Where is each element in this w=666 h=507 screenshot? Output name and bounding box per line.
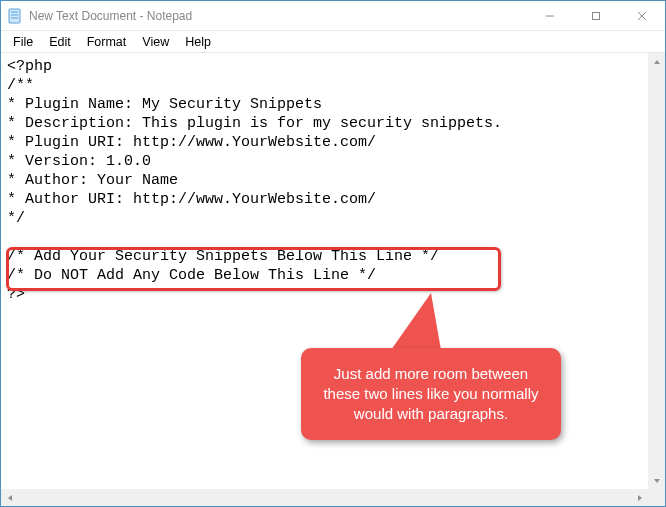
scroll-down-icon[interactable] xyxy=(648,472,665,489)
scroll-up-icon[interactable] xyxy=(648,53,665,70)
menu-file[interactable]: File xyxy=(5,33,41,51)
maximize-button[interactable] xyxy=(573,1,619,31)
scroll-right-icon[interactable] xyxy=(631,489,648,506)
horizontal-scroll-track[interactable] xyxy=(18,489,631,506)
vertical-scrollbar[interactable] xyxy=(648,53,665,489)
window-title: New Text Document - Notepad xyxy=(29,9,192,23)
svg-rect-0 xyxy=(9,9,20,23)
annotation-callout-text: Just add more room between these two lin… xyxy=(323,365,538,422)
svg-marker-8 xyxy=(654,60,660,64)
scrollbar-corner xyxy=(648,489,665,506)
menubar: File Edit Format View Help xyxy=(1,31,665,53)
scroll-left-icon[interactable] xyxy=(1,489,18,506)
menu-edit[interactable]: Edit xyxy=(41,33,79,51)
svg-rect-5 xyxy=(593,12,600,19)
editor-area: <?php /** * Plugin Name: My Security Sni… xyxy=(1,53,665,506)
menu-format[interactable]: Format xyxy=(79,33,135,51)
menu-view[interactable]: View xyxy=(134,33,177,51)
svg-marker-10 xyxy=(8,495,12,501)
notepad-window: New Text Document - Notepad File Edit Fo… xyxy=(0,0,666,507)
notepad-icon xyxy=(7,8,23,24)
annotation-callout: Just add more room between these two lin… xyxy=(301,348,561,440)
titlebar: New Text Document - Notepad xyxy=(1,1,665,31)
menu-help[interactable]: Help xyxy=(177,33,219,51)
svg-marker-9 xyxy=(654,479,660,483)
vertical-scroll-track[interactable] xyxy=(648,70,665,472)
close-button[interactable] xyxy=(619,1,665,31)
svg-marker-11 xyxy=(638,495,642,501)
horizontal-scrollbar[interactable] xyxy=(1,489,648,506)
minimize-button[interactable] xyxy=(527,1,573,31)
